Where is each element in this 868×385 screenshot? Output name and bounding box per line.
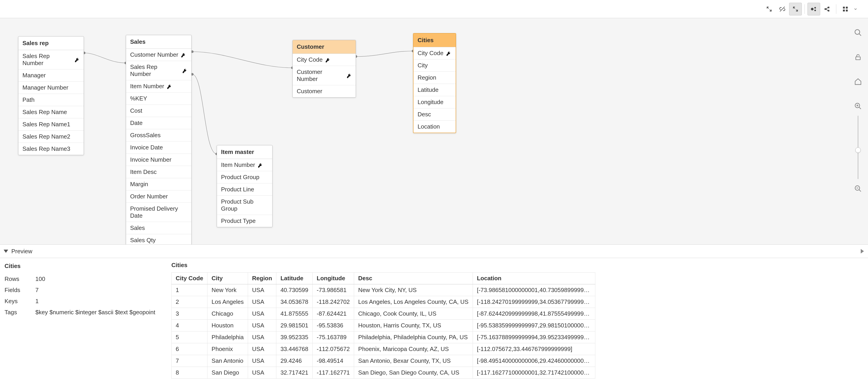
data-model-canvas[interactable]: Sales rep Sales Rep NumberManagerManager…: [0, 18, 868, 244]
table-cell: Houston: [208, 320, 248, 331]
field-label: Longitude: [417, 99, 443, 106]
entity-field[interactable]: Item Desc: [126, 166, 191, 178]
entity-field[interactable]: Longitude: [413, 96, 456, 108]
expand-all-button[interactable]: [789, 3, 802, 16]
entity-field[interactable]: Sales Qty: [126, 234, 191, 244]
column-header[interactable]: City: [208, 272, 248, 284]
zoom-slider[interactable]: [858, 116, 859, 179]
entity-field[interactable]: Desc: [413, 108, 456, 121]
entity-field[interactable]: Item Number: [126, 80, 191, 92]
svg-point-2: [814, 7, 816, 8]
table-cell: 4: [172, 320, 208, 331]
entity-field[interactable]: Sales Rep Number: [18, 50, 84, 69]
column-header[interactable]: Latitude: [276, 272, 313, 284]
entity-field[interactable]: Promised Delivery Date: [126, 203, 191, 222]
entity-field[interactable]: Location: [413, 121, 456, 132]
preview-toggle[interactable]: Preview: [0, 244, 868, 258]
entity-field[interactable]: Date: [126, 117, 191, 129]
entity-field[interactable]: Sales Rep Name3: [18, 143, 84, 155]
entity-field[interactable]: Manager: [18, 69, 84, 82]
table-row[interactable]: 2Los AngelesUSA34.053678-118.242702Los A…: [172, 296, 595, 308]
entity-field[interactable]: Customer: [293, 85, 356, 97]
field-label: Promised Delivery Date: [130, 205, 187, 219]
entity-field[interactable]: Margin: [126, 178, 191, 190]
entity-field[interactable]: Product Group: [217, 171, 272, 183]
entity-field[interactable]: Sales Rep Number: [126, 61, 191, 80]
field-label: Date: [130, 119, 143, 126]
entity-field[interactable]: Manager Number: [18, 82, 84, 94]
table-row[interactable]: 4HoustonUSA29.981501-95.53836Houston, Ha…: [172, 320, 595, 331]
table-row[interactable]: 5PhiladelphiaUSA39.952335-75.163789Phila…: [172, 331, 595, 343]
entity-field[interactable]: GrossSales: [126, 129, 191, 142]
zoom-out-icon: [854, 185, 862, 192]
field-label: City Code: [297, 56, 322, 63]
field-label: Sales: [130, 225, 145, 232]
preview-data-table[interactable]: City CodeCityRegionLatitudeLongitudeDesc…: [172, 272, 595, 379]
entity-field[interactable]: Sales Rep Name2: [18, 130, 84, 143]
entity-field[interactable]: Invoice Number: [126, 154, 191, 166]
entity-field[interactable]: Sales Rep Name: [18, 106, 84, 118]
chevron-right-icon[interactable]: [861, 249, 864, 254]
entity-sales-rep[interactable]: Sales rep Sales Rep NumberManagerManager…: [18, 36, 84, 155]
table-cell: [-118.24270199999999,34.053677999999998]: [473, 296, 595, 308]
field-label: Manager Number: [23, 84, 68, 91]
entity-field[interactable]: Customer Number: [126, 49, 191, 61]
table-row[interactable]: 1New YorkUSA40.730599-73.986581New York …: [172, 284, 595, 296]
entity-title: Customer: [293, 40, 356, 54]
column-header[interactable]: City Code: [172, 272, 208, 284]
column-header[interactable]: Desc: [354, 272, 473, 284]
table-cell: [-95.538359999999997,29.981501000000002]: [473, 320, 595, 331]
entity-field[interactable]: Order Number: [126, 190, 191, 203]
field-label: Margin: [130, 181, 148, 188]
key-icon: [167, 84, 172, 89]
entity-field[interactable]: Product Type: [217, 215, 272, 227]
grid-layout-caret[interactable]: [852, 7, 859, 11]
source-table-viewer-button[interactable]: [820, 3, 833, 16]
table-row[interactable]: 8San DiegoUSA32.717421-117.162771San Die…: [172, 367, 595, 379]
entity-field[interactable]: Latitude: [413, 84, 456, 96]
key-icon: [258, 162, 263, 168]
table-row[interactable]: 3ChicagoUSA41.875555-87.624421Chicago, C…: [172, 308, 595, 320]
entity-item-master[interactable]: Item master Item NumberProduct GroupProd…: [217, 145, 273, 227]
zoom-slider-thumb[interactable]: [855, 147, 861, 153]
entity-field[interactable]: Product Sub Group: [217, 196, 272, 215]
collapse-all-button[interactable]: [763, 3, 776, 16]
entity-field[interactable]: Item Number: [217, 159, 272, 171]
entity-field[interactable]: Region: [413, 72, 456, 84]
entity-sales[interactable]: Sales Customer NumberSales Rep NumberIte…: [126, 35, 191, 244]
internal-table-viewer-button[interactable]: [807, 3, 820, 16]
entity-field[interactable]: Path: [18, 94, 84, 106]
entity-cities[interactable]: Cities City CodeCityRegionLatitudeLongit…: [413, 33, 456, 133]
entity-fields: Customer NumberSales Rep NumberItem Numb…: [126, 49, 191, 244]
unlock-button[interactable]: [852, 52, 864, 63]
key-icon: [325, 57, 330, 62]
table-cell: [-98.495140000000006,29.424600000000002]: [473, 355, 595, 367]
entity-field[interactable]: City Code: [413, 47, 456, 59]
column-header[interactable]: Longitude: [313, 272, 354, 284]
search-button[interactable]: [852, 27, 864, 38]
table-cell: 7: [172, 355, 208, 367]
entity-field[interactable]: City Code: [293, 54, 356, 66]
entity-field[interactable]: Sales Rep Name1: [18, 118, 84, 130]
entity-field[interactable]: Product Line: [217, 183, 272, 196]
table-cell: Philadelphia, Philadelphia County, PA, U…: [354, 331, 473, 343]
preview-meta: Cities Rows100 Fields7 Keys1 Tags$key $n…: [0, 258, 170, 385]
entity-field[interactable]: Sales: [126, 222, 191, 234]
entity-field[interactable]: %KEY: [126, 92, 191, 105]
unlink-button[interactable]: [776, 3, 789, 16]
grid-layout-button[interactable]: [839, 3, 852, 16]
entity-field[interactable]: Invoice Date: [126, 142, 191, 154]
field-label: Sales Rep Name2: [23, 133, 70, 140]
column-header[interactable]: Region: [248, 272, 276, 284]
entity-field[interactable]: Cost: [126, 105, 191, 117]
zoom-out-button[interactable]: [852, 183, 864, 194]
column-header[interactable]: Location: [473, 272, 595, 284]
entity-field[interactable]: Customer Number: [293, 66, 356, 85]
collapse-all-icon: [766, 6, 772, 12]
zoom-in-button[interactable]: [852, 101, 864, 112]
table-row[interactable]: 7San AntonioUSA29.4246-98.49514San Anton…: [172, 355, 595, 367]
entity-field[interactable]: City: [413, 59, 456, 72]
home-button[interactable]: [852, 76, 864, 87]
table-row[interactable]: 6PhoenixUSA33.446768-112.075672Phoenix, …: [172, 343, 595, 355]
entity-customer[interactable]: Customer City CodeCustomer NumberCustome…: [292, 40, 356, 97]
